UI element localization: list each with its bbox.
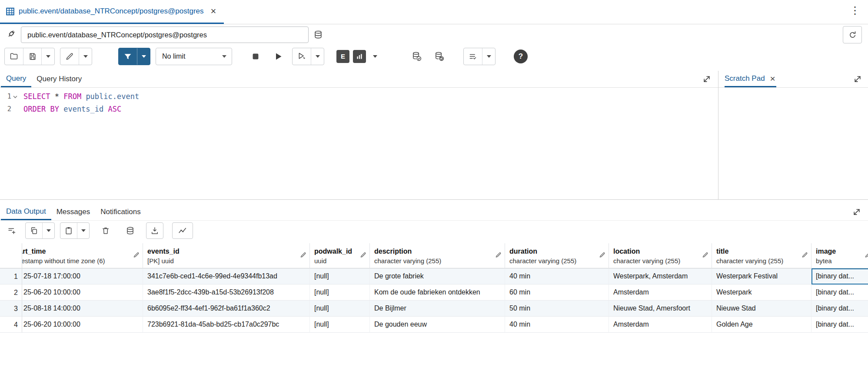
cell-description[interactable]: Kom de oude fabrieken ontdekken	[370, 284, 505, 301]
expand-scratch-pad-icon[interactable]	[853, 75, 862, 85]
editor-line[interactable]: 1SELECT * FROM public.event	[0, 90, 718, 103]
cell-start_time[interactable]: 25-06-20 10:00:00	[22, 317, 143, 333]
paste-options-dropdown[interactable]	[77, 223, 89, 238]
tab-data-output[interactable]: Data Output	[1, 204, 51, 220]
cell-events_id[interactable]: 341c7e6b-ced1-4c6e-99ed-4e9344fb13ad	[143, 268, 310, 284]
edit-column-icon[interactable]	[300, 251, 306, 260]
close-tab-icon[interactable]: ×	[211, 7, 216, 16]
paste-button[interactable]	[60, 223, 77, 238]
column-header-image[interactable]: imagebytea	[811, 243, 868, 268]
stop-button[interactable]	[247, 48, 264, 65]
cell-description[interactable]: De grote fabriek	[370, 268, 505, 284]
cell-start_time[interactable]: 25-07-18 17:00:00	[22, 268, 143, 284]
column-header-title[interactable]: titlecharacter varying (255)	[712, 243, 811, 268]
row-number[interactable]: 4	[0, 317, 22, 333]
download-button[interactable]	[146, 223, 163, 238]
tab-query[interactable]: Query	[1, 71, 31, 87]
rollback-button[interactable]	[430, 48, 448, 65]
row-number[interactable]: 2	[0, 284, 22, 301]
cell-title[interactable]: Westerpark Festival	[712, 268, 811, 284]
cell-podwalk_id[interactable]: [null]	[310, 301, 370, 317]
edit-column-icon[interactable]	[360, 251, 366, 260]
column-header-description[interactable]: descriptioncharacter varying (255)	[370, 243, 505, 268]
edit-column-icon[interactable]	[133, 251, 140, 260]
cell-start_time[interactable]: 25-06-20 10:00:00	[22, 284, 143, 301]
edit-column-icon[interactable]	[599, 251, 605, 260]
filter-options-dropdown[interactable]	[137, 48, 150, 65]
help-button[interactable]: ?	[514, 50, 528, 63]
macro-options-dropdown[interactable]	[482, 48, 495, 65]
edit-column-icon[interactable]	[495, 251, 502, 260]
explain-analyze-button[interactable]	[353, 50, 366, 63]
cell-title[interactable]: Nieuwe Stad	[712, 301, 811, 317]
cell-duration[interactable]: 50 min	[505, 301, 609, 317]
cell-location[interactable]: Westerpark, Amsterdam	[609, 268, 712, 284]
save-button[interactable]	[23, 48, 41, 65]
execute-script-button[interactable]	[293, 48, 311, 65]
save-options-dropdown[interactable]	[41, 48, 54, 65]
edit-column-icon[interactable]	[801, 251, 808, 260]
explain-button[interactable]: E	[336, 50, 349, 63]
cell-duration[interactable]: 60 min	[505, 284, 609, 301]
select-all-header[interactable]	[0, 243, 22, 268]
kebab-menu-icon[interactable]: ⋮	[850, 4, 860, 17]
column-header-duration[interactable]: durationcharacter varying (255)	[505, 243, 609, 268]
cell-location[interactable]: Amsterdam	[609, 284, 712, 301]
cell-podwalk_id[interactable]: [null]	[310, 317, 370, 333]
save-data-changes-button[interactable]	[122, 222, 138, 239]
cell-location[interactable]: Amsterdam	[609, 317, 712, 333]
cell-podwalk_id[interactable]: [null]	[310, 284, 370, 301]
cell-events_id[interactable]: 3ae8f1f5-2dcc-439b-a15d-53b26913f208	[143, 284, 310, 301]
column-header-podwalk_id[interactable]: podwalk_iduuid	[310, 243, 370, 268]
cell-location[interactable]: Nieuwe Stad, Amersfoort	[609, 301, 712, 317]
cell-duration[interactable]: 40 min	[505, 317, 609, 333]
horizontal-splitter[interactable]	[0, 199, 868, 200]
cell-events_id[interactable]: 723b6921-81da-45ab-bd25-cb17a0c297bc	[143, 317, 310, 333]
row-limit-select[interactable]: No limit	[156, 48, 232, 65]
connection-selector[interactable]: public.event/database_NTRConcept/postgre…	[21, 26, 309, 43]
cell-podwalk_id[interactable]: [null]	[310, 268, 370, 284]
sql-editor[interactable]: 1SELECT * FROM public.event2ORDER BY eve…	[0, 88, 718, 199]
cell-description[interactable]: De Bijlmer	[370, 301, 505, 317]
cell-image[interactable]: [binary dat...	[811, 301, 868, 317]
close-scratch-pad-icon[interactable]: ×	[770, 74, 775, 83]
cell-image[interactable]: [binary dat...	[811, 268, 868, 284]
column-header-events_id[interactable]: events_id[PK] uuid	[143, 243, 310, 268]
new-connection-icon[interactable]	[309, 26, 328, 43]
copy-options-dropdown[interactable]	[42, 223, 54, 238]
cell-image[interactable]: [binary dat...	[811, 284, 868, 301]
delete-row-button[interactable]	[97, 222, 114, 239]
edit-column-icon[interactable]	[702, 251, 708, 260]
add-row-button[interactable]	[3, 222, 20, 239]
column-header-location[interactable]: locationcharacter varying (255)	[609, 243, 712, 268]
cell-description[interactable]: De gouden eeuw	[370, 317, 505, 333]
cell-events_id[interactable]: 6b6095e2-ff34-4ef1-962f-ba61f1a360c2	[143, 301, 310, 317]
tab-query-history[interactable]: Query History	[31, 71, 87, 87]
tab-messages[interactable]: Messages	[51, 204, 95, 220]
cell-duration[interactable]: 40 min	[505, 268, 609, 284]
copy-button[interactable]	[26, 223, 42, 238]
open-file-button[interactable]	[5, 48, 23, 65]
scratch-pad-textarea[interactable]	[718, 88, 868, 199]
query-tool-tab[interactable]: public.event/database_NTRConcept/postgre…	[0, 0, 224, 24]
column-header-start_time[interactable]: start_timetimestamp without time zone (6…	[22, 243, 143, 268]
execute-options-dropdown[interactable]	[311, 48, 324, 65]
refresh-button[interactable]	[843, 26, 862, 43]
tab-notifications[interactable]: Notifications	[95, 204, 146, 220]
edit-options-dropdown[interactable]	[79, 48, 92, 65]
cell-start_time[interactable]: 25-08-18 14:00:00	[22, 301, 143, 317]
expand-query-panel-icon[interactable]	[702, 75, 711, 85]
explain-options-dropdown[interactable]	[369, 48, 381, 65]
filter-button[interactable]	[119, 48, 137, 65]
commit-button[interactable]	[408, 48, 425, 65]
expand-output-panel-icon[interactable]	[852, 208, 861, 218]
cell-title[interactable]: Westerpark	[712, 284, 811, 301]
edit-button[interactable]	[60, 48, 79, 65]
edit-column-icon[interactable]	[865, 251, 868, 260]
cell-image[interactable]: [binary dat...	[811, 317, 868, 333]
editor-line[interactable]: 2ORDER BY events_id ASC	[0, 103, 718, 116]
row-number[interactable]: 1	[0, 268, 22, 284]
scratch-pad-tab[interactable]: Scratch Pad ×	[725, 71, 776, 87]
fold-chevron-icon[interactable]	[13, 94, 19, 99]
row-number[interactable]: 3	[0, 301, 22, 317]
